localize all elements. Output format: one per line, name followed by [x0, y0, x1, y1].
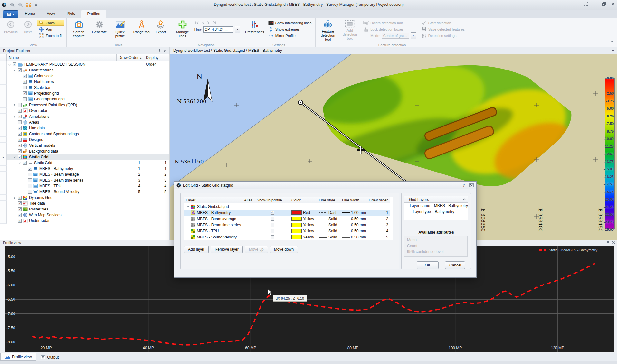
zoom-extents-icon[interactable]	[26, 2, 31, 7]
tree-row-line-data[interactable]: ✓Line data	[0, 125, 169, 131]
visibility-checkbox[interactable]	[18, 103, 22, 107]
layer-row-mbes-bathymetry[interactable]: MBES - Bathymetry✓RedDash1.00 mm1	[184, 210, 393, 216]
last-line-button[interactable]	[213, 21, 217, 25]
detection-settings-button[interactable]: Detection settings	[419, 33, 467, 39]
layer-row-mbes-sound-velocity[interactable]: MBES - Sound VelocityYellowSolid0.50 mm5	[184, 234, 393, 240]
visibility-checkbox[interactable]	[23, 86, 27, 89]
visibility-checkbox[interactable]: ✓	[23, 74, 27, 78]
line-color-cell[interactable]: Red	[290, 210, 317, 216]
tree-row-areas[interactable]: Areas	[0, 119, 169, 125]
show-in-profile-checkbox[interactable]	[271, 235, 274, 239]
line-style-cell[interactable]: Solid	[317, 228, 340, 234]
visibility-checkbox[interactable]: ✓	[18, 109, 22, 113]
alias-cell[interactable]	[242, 222, 255, 228]
visibility-checkbox[interactable]: ✓	[18, 132, 22, 136]
bottom-tab-profile-view[interactable]: Profile view	[0, 353, 36, 361]
zoom-to-fit-button[interactable]: Zoom to fit	[37, 33, 64, 39]
preferences-button[interactable]: Preferences	[244, 18, 265, 41]
export-button[interactable]: Export	[153, 18, 168, 41]
line-color-cell[interactable]: Yellow	[290, 228, 317, 234]
line-color-cell[interactable]: Yellow	[290, 216, 317, 222]
tree-row-contours-and-spotsoundings[interactable]: ✓Contours and Spotsoundings	[0, 131, 169, 137]
expander-open-icon[interactable]	[186, 205, 190, 208]
tree-row-chart-features[interactable]: ✓NChart features	[0, 67, 169, 73]
tree-row-dynamic-grid[interactable]: ✓Dynamic Grid	[0, 195, 169, 201]
column-header-name[interactable]: Name	[7, 54, 117, 61]
tree-row-annotations[interactable]: ✓Annotations	[0, 114, 169, 119]
line-style-cell[interactable]: Solid	[317, 222, 340, 228]
line-color-cell[interactable]: Yellow	[290, 234, 317, 240]
zoom-in-icon[interactable]	[10, 3, 15, 7]
line-width-cell[interactable]: 0.50 mm	[340, 222, 367, 228]
visibility-checkbox[interactable]: ✓	[18, 149, 22, 153]
tab-profiles[interactable]: Profiles	[81, 10, 106, 18]
zoom-button[interactable]: Zoom	[37, 20, 64, 26]
collapse-icon[interactable]	[463, 198, 466, 201]
tree-row-static-grid[interactable]: ✓Static Grid11	[0, 160, 169, 166]
save-detected-features-button[interactable]: Save detected features	[419, 26, 467, 32]
close-panel-icon[interactable]	[164, 49, 167, 52]
dialog-close-icon[interactable]	[469, 183, 474, 187]
visibility-checkbox[interactable]: ✓	[23, 80, 27, 84]
visibility-checkbox[interactable]: ✓	[18, 144, 22, 147]
add-layer-button[interactable]: Add layer	[184, 246, 209, 253]
tree-row-over-radar[interactable]: ✓Over radar	[0, 108, 169, 114]
line-style-cell[interactable]: Solid	[317, 216, 340, 222]
close-panel-icon[interactable]	[612, 241, 615, 244]
visibility-checkbox[interactable]: ✓	[18, 196, 22, 200]
visibility-checkbox[interactable]	[23, 97, 27, 101]
draw-order-cell[interactable]: 2	[367, 216, 390, 222]
lock-detection-boxes-button[interactable]: Lock detection boxes	[361, 26, 418, 32]
tree-row-tide-data[interactable]: ✓Tide data	[0, 201, 169, 206]
layer-table-parent-row[interactable]: Static Grid.statgrid	[184, 203, 393, 210]
line-width-cell[interactable]: 1.00 mm	[340, 210, 367, 216]
next-line-button[interactable]	[207, 21, 210, 25]
alias-cell[interactable]	[242, 216, 255, 222]
alias-cell[interactable]	[242, 234, 255, 240]
line-color-cell[interactable]: Yellow	[290, 222, 317, 228]
show-extremes-button[interactable]: Show extremes	[266, 26, 314, 32]
visibility-checkbox[interactable]: ✓	[18, 219, 22, 223]
alias-cell[interactable]	[242, 210, 255, 216]
feature-detection-tool-button[interactable]: Feature detection tool	[318, 18, 338, 41]
mode-combobox[interactable]: Center of gra...	[382, 33, 409, 39]
tree-row-under-radar[interactable]: ✓Under radar	[0, 218, 169, 224]
visibility-checkbox[interactable]: ✓	[23, 161, 27, 165]
line-width-cell[interactable]: 0.50 mm	[340, 228, 367, 234]
previous-button[interactable]: Previous	[2, 18, 19, 41]
alias-cell[interactable]	[242, 228, 255, 234]
tree-row-vertical-models[interactable]: ✓Vertical models	[0, 143, 169, 148]
help-icon[interactable]: ?	[462, 183, 466, 187]
map-tab-dropdown-icon[interactable]: ▼	[612, 47, 615, 54]
column-header-color[interactable]: Color	[290, 197, 317, 203]
cancel-button[interactable]: Cancel	[445, 261, 465, 269]
draw-order-cell[interactable]: 1	[367, 210, 390, 216]
column-header-line-width[interactable]: Line width	[340, 197, 367, 203]
column-header-show-in-profile-view[interactable]: Show in profile view	[255, 197, 290, 203]
tree-row-north-arrow[interactable]: ✓North arrow	[0, 79, 169, 85]
visibility-checkbox[interactable]: ✓	[18, 138, 22, 142]
map-view-tab[interactable]: Dyngrid workflow test \ Static Grid.stat…	[170, 47, 617, 54]
tree-row-mbes-sound-velocity[interactable]: MBES - Sound Velocity55	[0, 189, 169, 195]
pin-icon[interactable]	[158, 49, 161, 53]
tree-row-projection-grid[interactable]: ✓Projection grid	[0, 90, 169, 96]
tree-row-static-grid[interactable]: ▸✓Static Grid	[0, 154, 169, 160]
visibility-checkbox[interactable]: ✓	[18, 126, 22, 130]
move-up-button[interactable]: Move up	[245, 246, 268, 253]
tree-row-color-scale[interactable]: ✓Color scale	[0, 73, 169, 79]
visibility-checkbox[interactable]	[28, 184, 32, 188]
column-header-draw-order[interactable]: Draw Order ▲	[117, 54, 144, 61]
tree-row-geographical-grid[interactable]: Geographical grid	[0, 96, 169, 102]
add-detection-box-button[interactable]: Add detection box	[339, 18, 360, 41]
draw-order-cell[interactable]: 4	[367, 228, 390, 234]
tree-row-raster-files[interactable]: ✓Raster files	[0, 206, 169, 212]
expander-open-icon[interactable]	[18, 162, 22, 164]
tree-row-web-map-services[interactable]: ✓Web Map Services	[0, 212, 169, 218]
next-button[interactable]: Next	[21, 18, 35, 41]
close-button[interactable]	[610, 1, 615, 6]
visibility-checkbox[interactable]: ✓	[18, 213, 22, 217]
expander-open-icon[interactable]	[13, 69, 16, 72]
maximize-button[interactable]	[601, 1, 606, 6]
tree-row-background-data[interactable]: ✓Background data	[0, 148, 169, 154]
quick-profile-button[interactable]: Quick profile	[110, 18, 130, 41]
